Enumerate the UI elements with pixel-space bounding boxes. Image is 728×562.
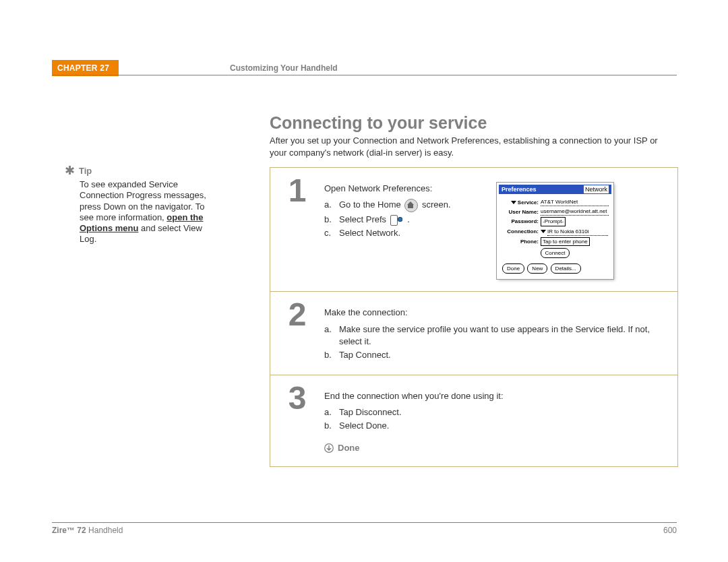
preferences-screenshot: Preferences Network Service: AT&T WorldN…	[497, 183, 613, 279]
asterisk-icon: ✱	[65, 164, 75, 177]
tip-sidebar: ✱ Tip To see expanded Service Connection…	[65, 164, 213, 245]
done-arrow-icon	[324, 443, 334, 453]
tip-body: To see expanded Service Connection Progr…	[80, 179, 213, 245]
ss-phone-label: Phone:	[502, 238, 541, 245]
step-row-2: 2 Make the connection: a. Make sure the …	[270, 292, 677, 375]
substep: a. Go to the Home screen.	[324, 199, 486, 212]
new-button[interactable]: New	[527, 263, 547, 274]
intro-text: After you set up your Connection and Net…	[270, 135, 677, 158]
step-number: 1	[270, 168, 324, 291]
substep-label: b.	[324, 349, 339, 361]
chapter-label: CHAPTER 27	[52, 60, 119, 76]
substep-label: a.	[324, 323, 339, 348]
header-bar: CHAPTER 27 Customizing Your Handheld	[52, 60, 677, 75]
ss-username-label: User Name:	[502, 208, 541, 216]
substep: b. Tap Connect.	[324, 349, 671, 361]
connect-button[interactable]: Connect	[541, 248, 570, 258]
step-row-1: 1 Open Network Preferences: a. Go to the…	[270, 168, 677, 292]
ss-body: Service: AT&T WorldNet User Name: userna…	[499, 194, 611, 277]
step-body: Open Network Preferences: a. Go to the H…	[324, 168, 677, 291]
substep-text: Select Network.	[339, 227, 400, 239]
ss-service-label: Service:	[518, 199, 539, 206]
done-line: Done	[324, 442, 671, 454]
substep-text: Tap Connect.	[339, 349, 391, 361]
substep-post: .	[405, 214, 410, 224]
ss-title: Preferences	[502, 185, 537, 194]
details-button[interactable]: Details...	[551, 263, 581, 274]
substep-pre: Select Prefs	[339, 214, 389, 224]
dropdown-icon	[511, 201, 516, 204]
dropdown-icon	[541, 230, 546, 233]
ss-titlebar: Preferences Network	[499, 185, 611, 194]
substep: c. Select Network.	[324, 227, 486, 239]
ss-connection-label: Connection:	[507, 228, 539, 235]
substep-text: Make sure the service profile you want t…	[339, 323, 671, 348]
page-number: 600	[663, 526, 677, 535]
substep-post: screen.	[419, 200, 450, 210]
ss-password-label: Password:	[502, 218, 541, 225]
step-lead: Open Network Preferences:	[324, 183, 486, 195]
substep-text: Tap Disconnect.	[339, 406, 402, 418]
steps-box: 1 Open Network Preferences: a. Go to the…	[270, 167, 678, 467]
substep: a. Tap Disconnect.	[324, 406, 671, 418]
product-rest: Handheld	[86, 526, 123, 535]
substep-label: b.	[324, 214, 339, 226]
substep: b. Select Done.	[324, 420, 671, 432]
substep-label: a.	[324, 199, 339, 212]
substep: b. Select Prefs .	[324, 214, 486, 226]
step-number: 2	[270, 292, 324, 375]
substep-text: Select Done.	[339, 420, 389, 432]
substep-label: c.	[324, 227, 339, 239]
home-icon	[404, 199, 418, 212]
page-heading: Connecting to your service	[270, 113, 487, 133]
tip-header: ✱ Tip	[65, 164, 213, 177]
tip-label: Tip	[79, 166, 92, 176]
header-divider	[52, 75, 677, 75]
substep: a. Make sure the service profile you wan…	[324, 323, 671, 348]
step-number: 3	[270, 375, 324, 466]
step-lead: End the connection when you're done usin…	[324, 390, 671, 402]
substep-label: a.	[324, 406, 339, 418]
ss-category: Network	[584, 185, 609, 194]
product-bold: Zire™ 72	[52, 526, 86, 535]
product-name: Zire™ 72 Handheld	[52, 526, 123, 535]
ss-username-value[interactable]: username@worldnet.att.net	[541, 208, 609, 216]
step-body: Make the connection: a. Make sure the se…	[324, 292, 677, 375]
step-body: End the connection when you're done usin…	[324, 375, 677, 466]
ss-connection-value[interactable]: IR to Nokia 6310i	[547, 228, 608, 236]
step-row-3: 3 End the connection when you're done us…	[270, 375, 677, 466]
page: CHAPTER 27 Customizing Your Handheld Con…	[0, 0, 728, 562]
ss-phone-value[interactable]: Tap to enter phone	[541, 237, 590, 246]
done-label: Done	[338, 442, 360, 454]
substep-label: b.	[324, 420, 339, 432]
page-footer: Zire™ 72 Handheld 600	[52, 522, 677, 535]
ss-password-value[interactable]: -Prompt-	[541, 217, 566, 226]
substep-text: Go to the Home screen.	[339, 199, 451, 212]
chapter-title: Customizing Your Handheld	[230, 63, 338, 73]
substep-text: Select Prefs .	[339, 214, 410, 226]
ss-service-value[interactable]: AT&T WorldNet	[541, 198, 609, 206]
prefs-icon	[390, 215, 404, 226]
substep-pre: Go to the Home	[339, 200, 403, 210]
done-button[interactable]: Done	[502, 263, 524, 274]
step-lead: Make the connection:	[324, 307, 671, 319]
